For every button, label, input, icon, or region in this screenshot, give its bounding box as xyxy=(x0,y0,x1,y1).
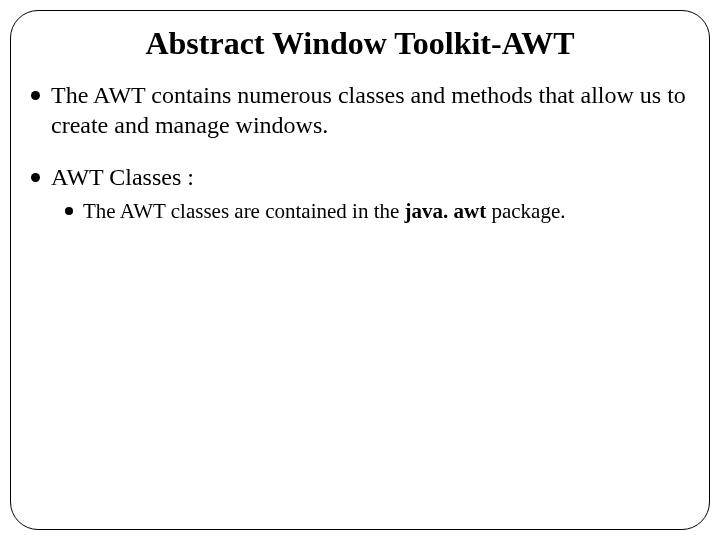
bullet-1-text: The AWT contains numerous classes and me… xyxy=(51,82,686,138)
sub-bullet-item-1: The AWT classes are contained in the jav… xyxy=(65,198,691,225)
bullet-item-2: AWT Classes : The AWT classes are contai… xyxy=(29,162,691,225)
sub-bullet-list: The AWT classes are contained in the jav… xyxy=(51,198,691,225)
slide-frame: Abstract Window Toolkit-AWT The AWT cont… xyxy=(10,10,710,530)
bullet-2-text: AWT Classes : xyxy=(51,164,194,190)
bullet-item-1: The AWT contains numerous classes and me… xyxy=(29,80,691,140)
sub1-bold: java. awt xyxy=(405,199,492,223)
sub1-prefix: The AWT classes are contained in the xyxy=(83,199,405,223)
bullet-list: The AWT contains numerous classes and me… xyxy=(29,80,691,225)
sub1-suffix: package. xyxy=(491,199,565,223)
slide-title: Abstract Window Toolkit-AWT xyxy=(29,25,691,62)
